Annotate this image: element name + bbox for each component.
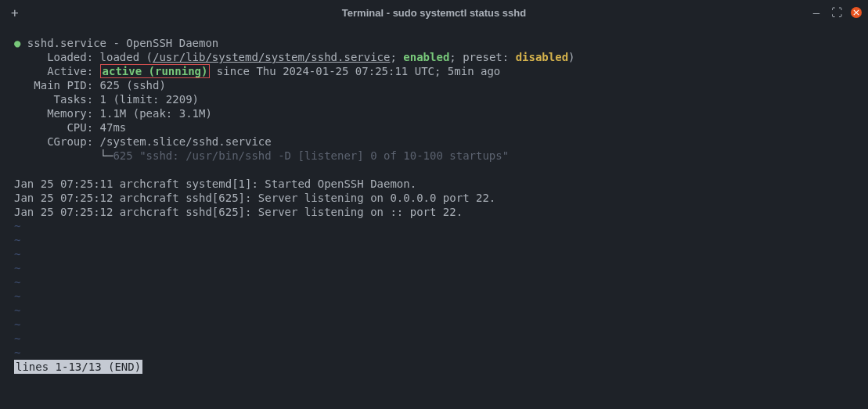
tilde-line: ~ (14, 290, 20, 303)
loaded-close: ) (568, 51, 574, 63)
enabled-text: enabled (403, 51, 449, 63)
loaded-label: Loaded: (14, 51, 100, 63)
tree-branch: └─ (14, 149, 113, 162)
service-header: sshd.service - OpenSSH Daemon (20, 37, 218, 49)
tilde-line: ~ (14, 304, 20, 317)
terminal-output[interactable]: ● sshd.service - OpenSSH Daemon Loaded: … (0, 25, 868, 409)
cgroup-line: CGroup: /system.slice/sshd.service (14, 135, 272, 148)
tilde-line: ~ (14, 332, 20, 345)
tilde-line: ~ (14, 276, 20, 289)
tasks-line: Tasks: 1 (limit: 2209) (14, 93, 199, 106)
close-icon (853, 9, 859, 16)
window-title: Terminal - sudo systemctl status sshd (342, 7, 526, 19)
active-label: Active: (14, 65, 100, 77)
window-controls: — ⛶ (810, 6, 862, 19)
tree-process: 625 "sshd: /usr/bin/sshd -D [listener] 0… (113, 149, 509, 162)
close-button[interactable] (851, 7, 862, 18)
active-highlight-box: active (running) (100, 64, 211, 78)
terminal-window: + Terminal - sudo systemctl status sshd … (0, 0, 868, 409)
main-pid-line: Main PID: 625 (sshd) (14, 79, 166, 91)
new-tab-button[interactable]: + (6, 5, 23, 20)
log-line: Jan 25 07:25:12 archcraft sshd[625]: Ser… (14, 206, 463, 218)
disabled-text: disabled (516, 51, 568, 63)
loaded-path: /usr/lib/systemd/system/sshd.service (153, 51, 390, 63)
log-line: Jan 25 07:25:12 archcraft sshd[625]: Ser… (14, 192, 495, 204)
active-status: active (running) (103, 65, 208, 77)
maximize-button[interactable]: ⛶ (830, 6, 843, 19)
cpu-line: CPU: 47ms (14, 121, 126, 134)
tilde-line: ~ (14, 220, 20, 232)
tilde-line: ~ (14, 234, 20, 246)
memory-line: Memory: 1.1M (peak: 3.1M) (14, 107, 212, 120)
tilde-line: ~ (14, 248, 20, 260)
tilde-line: ~ (14, 346, 20, 359)
pager-status: lines 1-13/13 (END) (14, 360, 142, 374)
titlebar: + Terminal - sudo systemctl status sshd … (0, 0, 868, 25)
loaded-prefix: loaded ( (100, 51, 153, 63)
log-line: Jan 25 07:25:11 archcraft systemd[1]: St… (14, 178, 416, 190)
active-since: since Thu 2024-01-25 07:25:11 UTC; 5min … (210, 65, 500, 77)
tilde-line: ~ (14, 318, 20, 331)
loaded-sep: ; (390, 51, 403, 63)
tilde-line: ~ (14, 262, 20, 274)
minimize-button[interactable]: — (810, 6, 823, 19)
preset-label: ; preset: (449, 51, 515, 63)
